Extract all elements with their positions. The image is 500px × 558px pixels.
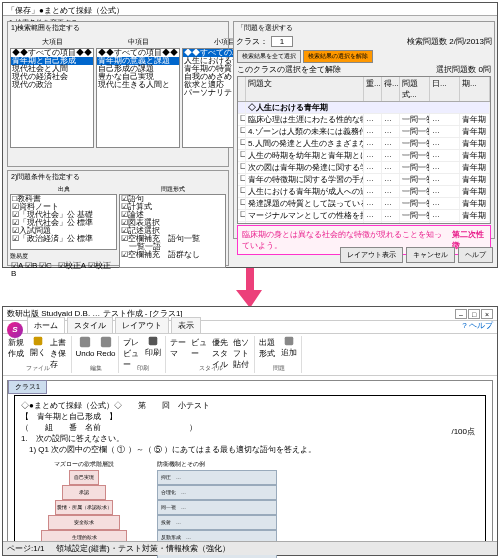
table-row[interactable]: ☐人生の時期を幼年期と青年期とに分け………一問一答…青年期 (238, 150, 490, 162)
document-area: クラス1 ◇●まとめて採録（公式）◇ 第 回 小テスト 【 青年期と自己形成 】… (7, 380, 493, 550)
table-row[interactable]: ☐4.ゾーンは人類の未来には義務付けた特別………一問一答…青年期 (238, 126, 490, 138)
doc-l1: ◇●まとめて採録（公式）◇ 第 回 小テスト (21, 400, 479, 411)
search-dialog: 「保存」●まとめて採録（公式） 1.検索条件を変更する 1)検索範囲を指定する … (2, 2, 498, 268)
question-table[interactable]: 問題文重...得...問題式...日...期... ◇人生における青年期☐臨床心… (237, 76, 491, 224)
page[interactable]: ◇●まとめて採録（公式）◇ 第 回 小テスト 【 青年期と自己形成 】 （ 組 … (14, 395, 486, 545)
col-h: 中項目 (96, 36, 180, 48)
table-row[interactable]: ☐青年期アイデンティティの確立に達する………一問一答…青年期 (238, 222, 490, 224)
list-major[interactable]: ◆◆すべての項目◆◆青年期と自己形成現代社会と人間現代の経済社会現代の政治 (10, 48, 94, 148)
editor-window: 数研出版 Studyaid D.B. … テスト作成 - [クラス1] –□× … (2, 306, 498, 556)
count-label: 検索問題数 2/問/2013問 (407, 36, 492, 47)
clear-class-label[interactable]: このクラスの選択を全て解除 (237, 64, 341, 75)
preview-button[interactable]: プレビュー (123, 336, 141, 358)
tab-home[interactable]: ホーム (27, 317, 65, 333)
selected-count: 選択問題数 0問 (436, 64, 491, 75)
help-link[interactable]: ? ヘルプ (458, 318, 497, 333)
doc-l3: （ 組 番 名前 ） (21, 422, 479, 433)
list-mid[interactable]: ◆◆すべての項目◆◆青年期の意義と課題自己形成の課題豊かな自己実現現代に生きる人… (96, 48, 180, 148)
box-h: 問題形式 (119, 185, 226, 194)
tab-view[interactable]: 表示 (171, 317, 201, 333)
deselect-all-btn[interactable]: 検索結果の選択を解除 (303, 50, 373, 63)
svg-rect-3 (80, 337, 90, 347)
addq-button[interactable]: 追加 (280, 336, 298, 358)
doc-l2: 【 青年期と自己形成 】 (21, 411, 479, 422)
table-row[interactable]: ☐発達課題の特質として誤っているもの………一問一答…青年期 (238, 198, 490, 210)
right-panel: 「問題を選択する クラス： 1 検索問題数 2/問/2013問 検索結果を全て選… (233, 21, 495, 239)
table-row[interactable]: ☐5.人間の発達と人生のさまざまな時期に応じ………一問一答…青年期 (238, 138, 490, 150)
soft-button[interactable]: 他ソフト貼付 (233, 336, 251, 358)
doc-score: /100点 (451, 426, 475, 437)
diff-checks[interactable]: ☑A ☑B ☑C ☑校正A ☑校正B (10, 261, 117, 279)
flow-arrow-icon (236, 268, 264, 308)
undo-button[interactable]: Undo (76, 336, 94, 358)
left-panel-2: 2)問題条件を指定する 出典 □教科書☑資料ノート☑「現代社会」公 基礎☑「現代… (7, 170, 229, 266)
view-button[interactable]: ビュー (191, 336, 209, 358)
print-button[interactable]: 印刷 (144, 336, 162, 358)
doc-q1: 1. 次の設問に答えなさい。 (21, 433, 479, 444)
tab-style[interactable]: スタイル (67, 317, 113, 333)
doc-tab[interactable]: クラス1 (8, 380, 47, 394)
new-button[interactable]: 新規作成 (8, 336, 26, 358)
format-list[interactable]: ☑語句☑計算式☑論述☑図表選択☑記述選択☑空欄補充 語句一覧 一覧一語☑空欄補充… (119, 194, 226, 268)
class-number[interactable]: 1 (271, 36, 293, 47)
ribbon: 新規作成開く上書き保存ファイルUndoRedo編集プレビュー印刷印刷テーマビュー… (3, 334, 497, 376)
source-list[interactable]: □教科書☑資料ノート☑「現代社会」公 基礎☑「現代社会」公 標準☑入試問題☑「政… (10, 194, 117, 250)
ribbon-tabs: ホーム スタイル レイアウト 表示 ? ヘルプ (3, 321, 497, 334)
sec1b-label: 2)問題条件を指定する (8, 171, 228, 183)
redo-button[interactable]: Redo (97, 336, 115, 358)
window-controls[interactable]: –□× (454, 309, 493, 319)
table-row[interactable]: ☐次の図は青年期の発達に関する学説を………一問一答…青年期 (238, 162, 490, 174)
svg-rect-4 (101, 337, 111, 347)
table-row[interactable]: ◇人生における青年期 (238, 102, 490, 114)
table-row[interactable]: ☐マージナルマンとしての性格を持つという………一問一答…青年期 (238, 210, 490, 222)
save-button[interactable]: 上書き保存 (50, 336, 68, 358)
col-h: 大項目 (10, 36, 94, 48)
doc-q1a: 1) Q1 次の図中の空欄（ ① ）～（ ⑤ ）にあてはまる最も適切な語句を答え… (21, 444, 479, 455)
sec-r-label: 「問題を選択する (234, 22, 494, 34)
svg-rect-12 (285, 337, 294, 346)
svg-rect-1 (34, 337, 43, 346)
dialog-title: 「保存」●まとめて採録（公式） (3, 3, 497, 16)
layout-btn[interactable]: レイアウト表示 (340, 247, 403, 263)
table-title: 防衛機制とその例 (157, 459, 277, 470)
box-h: 出典 (10, 185, 117, 194)
style-button[interactable]: 優先スタイル (212, 336, 230, 358)
left-panel-1: 1)検索範囲を指定する 大項目◆◆すべての項目◆◆青年期と自己形成現代社会と人間… (7, 21, 229, 167)
app-logo-icon: S (7, 322, 23, 338)
theme-button[interactable]: テーマ (170, 336, 188, 358)
tab-layout[interactable]: レイアウト (115, 317, 169, 333)
diff-label: 難易度 (10, 252, 117, 261)
svg-rect-6 (149, 337, 158, 346)
table-row[interactable]: ☐青年の特徴期に関する学習の手がかり………一問一答…青年期 (238, 174, 490, 186)
table-row[interactable]: ☐人生における青年期が成人への過渡期を………一問一答…青年期 (238, 186, 490, 198)
cancel-btn[interactable]: キャンセル (406, 247, 455, 263)
format-button[interactable]: 出題形式 (259, 336, 277, 358)
table-row[interactable]: ☐臨床心理は生涯にわたる性的な特徴が現れる………一問一答…青年期 (238, 114, 490, 126)
status-bar: ページ:1/1領域設定(縦書)・テスト対策・情報検索（強化） (3, 541, 497, 555)
pyramid-title: マズローの欲求階層説 (41, 459, 127, 470)
help-btn[interactable]: ヘルプ (458, 247, 493, 263)
open-button[interactable]: 開く (29, 336, 47, 358)
pyramid: 自己実現承認愛情・所属（承認欲求）安全欲求生理的欲求 (41, 470, 127, 545)
class-label: クラス： (236, 36, 268, 47)
select-all-btn[interactable]: 検索結果を全て選択 (237, 50, 301, 63)
sec1a-label: 1)検索範囲を指定する (8, 22, 228, 34)
